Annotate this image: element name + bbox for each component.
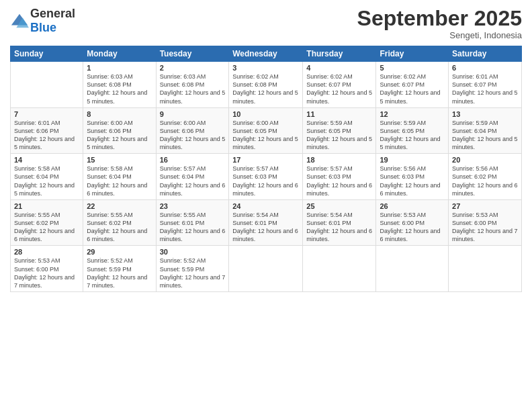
day-info: Sunrise: 6:02 AM Sunset: 6:07 PM Dayligh… xyxy=(306,73,372,105)
col-tuesday: Tuesday xyxy=(156,46,229,62)
day-info: Sunrise: 6:01 AM Sunset: 6:07 PM Dayligh… xyxy=(452,73,518,105)
calendar-week-row: 7Sunrise: 6:01 AM Sunset: 6:06 PM Daylig… xyxy=(11,107,522,154)
day-info: Sunrise: 6:02 AM Sunset: 6:07 PM Dayligh… xyxy=(380,73,445,105)
col-thursday: Thursday xyxy=(303,46,376,62)
table-row xyxy=(376,246,449,292)
day-info: Sunrise: 5:57 AM Sunset: 6:03 PM Dayligh… xyxy=(232,165,299,197)
table-row: 11Sunrise: 5:59 AM Sunset: 6:05 PM Dayli… xyxy=(303,107,376,154)
day-number: 27 xyxy=(452,202,518,210)
table-row: 19Sunrise: 5:56 AM Sunset: 6:03 PM Dayli… xyxy=(376,154,449,200)
day-info: Sunrise: 5:52 AM Sunset: 5:59 PM Dayligh… xyxy=(87,257,152,289)
day-info: Sunrise: 5:55 AM Sunset: 6:02 PM Dayligh… xyxy=(14,211,79,244)
table-row: 4Sunrise: 6:02 AM Sunset: 6:07 PM Daylig… xyxy=(303,62,376,108)
table-row xyxy=(303,246,376,292)
day-info: Sunrise: 5:54 AM Sunset: 6:01 PM Dayligh… xyxy=(306,211,372,244)
table-row xyxy=(449,246,522,292)
col-monday: Monday xyxy=(83,46,156,62)
day-number: 21 xyxy=(14,202,79,210)
calendar-week-row: 21Sunrise: 5:55 AM Sunset: 6:02 PM Dayli… xyxy=(11,199,522,246)
table-row: 8Sunrise: 6:00 AM Sunset: 6:06 PM Daylig… xyxy=(83,107,156,154)
day-number: 17 xyxy=(232,156,299,164)
page: General Blue September 2025 Sengeti, Ind… xyxy=(0,0,532,411)
table-row: 30Sunrise: 5:52 AM Sunset: 5:59 PM Dayli… xyxy=(156,246,229,292)
header: General Blue September 2025 Sengeti, Ind… xyxy=(10,7,522,40)
day-info: Sunrise: 5:57 AM Sunset: 6:03 PM Dayligh… xyxy=(306,165,372,197)
table-row xyxy=(11,62,83,108)
day-info: Sunrise: 5:56 AM Sunset: 6:02 PM Dayligh… xyxy=(452,165,518,197)
day-info: Sunrise: 6:03 AM Sunset: 6:08 PM Dayligh… xyxy=(160,73,226,105)
table-row: 9Sunrise: 6:00 AM Sunset: 6:06 PM Daylig… xyxy=(156,107,229,154)
day-number: 22 xyxy=(87,202,152,210)
table-row: 15Sunrise: 5:58 AM Sunset: 6:04 PM Dayli… xyxy=(83,154,156,200)
day-info: Sunrise: 5:52 AM Sunset: 5:59 PM Dayligh… xyxy=(160,257,226,289)
col-friday: Friday xyxy=(376,46,449,62)
month-title: September 2025 xyxy=(357,7,522,30)
table-row: 23Sunrise: 5:55 AM Sunset: 6:01 PM Dayli… xyxy=(156,199,229,246)
table-row: 7Sunrise: 6:01 AM Sunset: 6:06 PM Daylig… xyxy=(11,107,83,154)
day-number: 4 xyxy=(306,64,372,72)
title-section: September 2025 Sengeti, Indonesia xyxy=(357,7,522,40)
calendar-week-row: 1Sunrise: 6:03 AM Sunset: 6:08 PM Daylig… xyxy=(11,62,522,108)
day-number: 12 xyxy=(380,110,445,118)
day-number: 23 xyxy=(160,202,226,210)
day-number: 30 xyxy=(160,248,226,256)
day-info: Sunrise: 5:59 AM Sunset: 6:05 PM Dayligh… xyxy=(306,119,372,152)
col-wednesday: Wednesday xyxy=(229,46,303,62)
table-row: 28Sunrise: 5:53 AM Sunset: 6:00 PM Dayli… xyxy=(11,246,83,292)
day-number: 20 xyxy=(452,156,518,164)
table-row: 26Sunrise: 5:53 AM Sunset: 6:00 PM Dayli… xyxy=(376,199,449,246)
day-number: 16 xyxy=(160,156,226,164)
table-row: 1Sunrise: 6:03 AM Sunset: 6:08 PM Daylig… xyxy=(83,62,156,108)
day-number: 9 xyxy=(160,110,226,118)
day-number: 15 xyxy=(87,156,152,164)
day-number: 8 xyxy=(87,110,152,118)
table-row: 13Sunrise: 5:59 AM Sunset: 6:04 PM Dayli… xyxy=(449,107,522,154)
table-row: 20Sunrise: 5:56 AM Sunset: 6:02 PM Dayli… xyxy=(449,154,522,200)
day-number: 25 xyxy=(306,202,372,210)
day-info: Sunrise: 5:55 AM Sunset: 6:02 PM Dayligh… xyxy=(87,211,152,244)
day-info: Sunrise: 6:00 AM Sunset: 6:06 PM Dayligh… xyxy=(160,119,226,152)
day-info: Sunrise: 5:55 AM Sunset: 6:01 PM Dayligh… xyxy=(160,211,226,244)
logo: General Blue xyxy=(10,7,75,35)
calendar-week-row: 28Sunrise: 5:53 AM Sunset: 6:00 PM Dayli… xyxy=(11,246,522,292)
day-number: 2 xyxy=(160,64,226,72)
table-row: 21Sunrise: 5:55 AM Sunset: 6:02 PM Dayli… xyxy=(11,199,83,246)
day-info: Sunrise: 5:59 AM Sunset: 6:05 PM Dayligh… xyxy=(380,119,445,152)
table-row: 2Sunrise: 6:03 AM Sunset: 6:08 PM Daylig… xyxy=(156,62,229,108)
calendar-week-row: 14Sunrise: 5:58 AM Sunset: 6:04 PM Dayli… xyxy=(11,154,522,200)
day-info: Sunrise: 5:57 AM Sunset: 6:04 PM Dayligh… xyxy=(160,165,226,197)
day-info: Sunrise: 6:00 AM Sunset: 6:06 PM Dayligh… xyxy=(87,119,152,152)
table-row: 18Sunrise: 5:57 AM Sunset: 6:03 PM Dayli… xyxy=(303,154,376,200)
day-info: Sunrise: 5:53 AM Sunset: 6:00 PM Dayligh… xyxy=(380,211,445,244)
day-info: Sunrise: 5:54 AM Sunset: 6:01 PM Dayligh… xyxy=(232,211,299,244)
calendar-header-row: Sunday Monday Tuesday Wednesday Thursday… xyxy=(11,46,522,62)
day-info: Sunrise: 5:59 AM Sunset: 6:04 PM Dayligh… xyxy=(452,119,518,152)
day-number: 18 xyxy=(306,156,372,164)
table-row xyxy=(229,246,303,292)
day-number: 1 xyxy=(87,64,152,72)
day-number: 11 xyxy=(306,110,372,118)
day-number: 26 xyxy=(380,202,445,210)
day-number: 28 xyxy=(14,248,79,256)
day-number: 19 xyxy=(380,156,445,164)
location-subtitle: Sengeti, Indonesia xyxy=(357,30,522,40)
day-number: 24 xyxy=(232,202,299,210)
col-sunday: Sunday xyxy=(11,46,83,62)
table-row: 22Sunrise: 5:55 AM Sunset: 6:02 PM Dayli… xyxy=(83,199,156,246)
calendar-table: Sunday Monday Tuesday Wednesday Thursday… xyxy=(10,46,522,292)
table-row: 17Sunrise: 5:57 AM Sunset: 6:03 PM Dayli… xyxy=(229,154,303,200)
day-number: 14 xyxy=(14,156,79,164)
table-row: 12Sunrise: 5:59 AM Sunset: 6:05 PM Dayli… xyxy=(376,107,449,154)
day-info: Sunrise: 6:00 AM Sunset: 6:05 PM Dayligh… xyxy=(232,119,299,152)
table-row: 6Sunrise: 6:01 AM Sunset: 6:07 PM Daylig… xyxy=(449,62,522,108)
table-row: 25Sunrise: 5:54 AM Sunset: 6:01 PM Dayli… xyxy=(303,199,376,246)
col-saturday: Saturday xyxy=(449,46,522,62)
table-row: 3Sunrise: 6:02 AM Sunset: 6:08 PM Daylig… xyxy=(229,62,303,108)
table-row: 16Sunrise: 5:57 AM Sunset: 6:04 PM Dayli… xyxy=(156,154,229,200)
day-number: 10 xyxy=(232,110,299,118)
day-number: 7 xyxy=(14,110,79,118)
day-info: Sunrise: 5:53 AM Sunset: 6:00 PM Dayligh… xyxy=(452,211,518,244)
table-row: 5Sunrise: 6:02 AM Sunset: 6:07 PM Daylig… xyxy=(376,62,449,108)
day-info: Sunrise: 6:01 AM Sunset: 6:06 PM Dayligh… xyxy=(14,119,79,152)
table-row: 24Sunrise: 5:54 AM Sunset: 6:01 PM Dayli… xyxy=(229,199,303,246)
